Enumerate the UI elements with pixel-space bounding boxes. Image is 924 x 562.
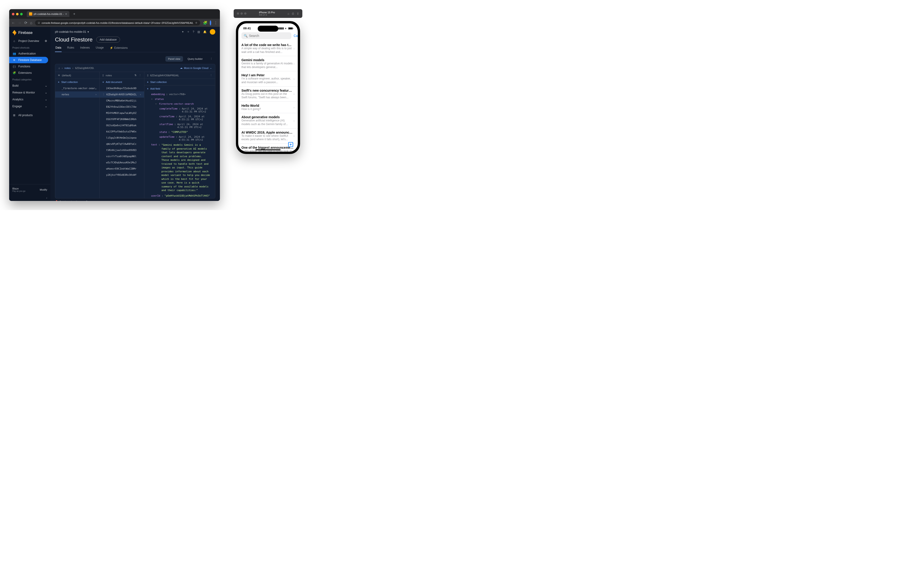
home-button[interactable]: ⌂ bbox=[30, 21, 32, 25]
theme-icon[interactable]: ✦ bbox=[182, 30, 184, 33]
tab-extensions[interactable]: ⚡ Extensions bbox=[109, 46, 128, 52]
field-state[interactable]: state:"COMPLETED" bbox=[144, 130, 215, 134]
doc-item[interactable]: CMucncMB0a6mtHuoD2ji bbox=[100, 98, 144, 104]
query-builder-button[interactable]: Query builder bbox=[185, 56, 206, 62]
col-menu-icon[interactable]: ⋮ bbox=[139, 74, 141, 77]
address-bar[interactable]: ⊡ console.firebase.google.com/project/pf… bbox=[35, 20, 200, 26]
view-menu-icon[interactable]: ⋮ bbox=[207, 56, 215, 62]
new-tab-button[interactable]: + bbox=[71, 11, 77, 17]
help-icon[interactable]: ? bbox=[193, 30, 194, 33]
add-database-button[interactable]: Add database bbox=[96, 37, 120, 43]
doc-item[interactable]: wHaeorE0CIedtWaCIBMr bbox=[100, 166, 144, 172]
sim-minimize[interactable] bbox=[240, 12, 243, 15]
notes-list[interactable]: A lot of the code we write has to de...A… bbox=[238, 41, 298, 152]
all-products[interactable]: ⊞ All products bbox=[9, 112, 50, 119]
search-input[interactable] bbox=[249, 34, 289, 38]
feedback-icon[interactable]: ▤ bbox=[198, 30, 200, 33]
note-item[interactable]: A lot of the code we write has to de...A… bbox=[238, 41, 298, 56]
bookmark-icon[interactable]: ☆ bbox=[195, 21, 198, 24]
project-selector[interactable]: pfr-codelab-fvs-mobile-01 ▾ bbox=[55, 30, 89, 33]
category-engage[interactable]: Engage⌄ bbox=[9, 103, 50, 110]
field-embedding[interactable]: embedding:vector<768> bbox=[144, 92, 215, 97]
sim-zoom[interactable] bbox=[244, 12, 246, 15]
crumb-notes[interactable]: notes bbox=[64, 67, 70, 69]
field-updatetime[interactable]: updateTime:April 24, 2024 at 4:55:31 PM … bbox=[144, 134, 215, 142]
note-item[interactable]: About generative modelsGenerative artifi… bbox=[238, 113, 298, 128]
cancel-button[interactable]: Cancel bbox=[294, 34, 298, 38]
reload-button[interactable]: ⟳ bbox=[24, 21, 27, 25]
tab-usage[interactable]: Usage bbox=[95, 46, 104, 52]
note-item[interactable]: Hello WorldHow is it going?› bbox=[238, 102, 298, 113]
note-item[interactable]: At WWDC 2019, Apple announced...To make … bbox=[238, 129, 298, 144]
minimize-window[interactable] bbox=[16, 13, 18, 15]
spark-icon[interactable]: ✧ bbox=[187, 30, 189, 33]
tab-indexes[interactable]: Indexes bbox=[80, 46, 90, 52]
doc-item[interactable]: tVKnHcjvwlnhOoe09VB3 bbox=[100, 147, 144, 153]
sidebar-item-functions[interactable]: (·) Functions bbox=[9, 63, 50, 70]
site-info-icon[interactable]: ⊡ bbox=[38, 21, 40, 24]
home-indicator[interactable] bbox=[255, 149, 280, 150]
field-fvs[interactable]: ▾firestore-vector-search bbox=[144, 102, 215, 106]
project-overview[interactable]: ⌂ Project Overview ⚙ bbox=[9, 38, 50, 44]
collection-item[interactable]: notes› bbox=[55, 92, 99, 98]
field-starttime[interactable]: startTime:April 24, 2024 at 4:55:31 PM U… bbox=[144, 122, 215, 130]
logo-row[interactable]: Firebase bbox=[9, 27, 50, 38]
doc-item[interactable]: ⋮6ZDaUg9t4VO5lbPREAIL› bbox=[100, 92, 144, 98]
close-tab-icon[interactable]: ✕ bbox=[65, 13, 67, 16]
add-field-button[interactable]: +Add field bbox=[144, 86, 215, 92]
settings-gear-icon[interactable]: ⚙ bbox=[45, 39, 47, 43]
forward-button[interactable]: → bbox=[18, 21, 21, 25]
note-item[interactable]: Hey! I am PeterI'm a software engineer, … bbox=[238, 71, 298, 86]
panel-view-button[interactable]: Panel view bbox=[165, 56, 183, 62]
sidebar-item-authentication[interactable]: 👥 Authentication bbox=[9, 50, 50, 57]
google-cloud-link[interactable]: ☁ More in Google Cloud ⌄ bbox=[180, 66, 212, 69]
sim-home-icon[interactable]: ⌂ bbox=[288, 12, 289, 15]
doc-item[interactable]: OSGYXPF4F2K6NWmS3Rbh bbox=[100, 116, 144, 122]
profile-avatar[interactable] bbox=[210, 20, 211, 26]
col-menu-icon[interactable]: ⋮ bbox=[210, 74, 212, 77]
crumb-doc[interactable]: 6ZDaUg9t4VO5l. bbox=[75, 67, 94, 69]
field-completetime[interactable]: completeTime:April 24, 2024 at 4:55:31 P… bbox=[144, 106, 215, 114]
tab-rules[interactable]: Rules bbox=[67, 46, 75, 52]
search-field[interactable]: 🔍 bbox=[242, 32, 291, 39]
doc-item[interactable]: EB2Yh9xw1S6ecCBlC7Ae bbox=[100, 104, 144, 110]
browser-menu-icon[interactable]: ⋮ bbox=[214, 21, 218, 25]
start-collection-button[interactable]: +Start collection bbox=[144, 79, 215, 85]
note-item[interactable]: Swift's new concurrency features...As Do… bbox=[238, 87, 298, 102]
doc-item[interactable]: vzsrfrTsa6thBSpapN6l bbox=[100, 153, 144, 159]
start-collection-button[interactable]: +Start collection bbox=[55, 79, 99, 85]
sidebar-item-firestore[interactable]: ≋ Firestore Database bbox=[9, 57, 48, 63]
sim-close[interactable] bbox=[237, 12, 239, 15]
field-status[interactable]: ▾status bbox=[144, 97, 215, 102]
doc-item[interactable]: kbJJPFafXmb5utuCFWOx bbox=[100, 129, 144, 135]
doc-item[interactable]: w5z7CXDqGAeuuKOe1MuJ bbox=[100, 159, 144, 166]
doc-item[interactable]: y26jksfYBSd83Rv30sWY bbox=[100, 172, 144, 178]
back-button[interactable]: ← bbox=[12, 21, 15, 25]
collection-item[interactable]: _firestore-vector-search bbox=[55, 85, 99, 92]
compose-button[interactable] bbox=[288, 141, 294, 147]
sidebar-item-extensions[interactable]: 🧩 Extensions bbox=[9, 70, 50, 76]
category-build[interactable]: Build⌄ bbox=[9, 82, 50, 89]
home-icon[interactable]: ⌂ bbox=[58, 67, 60, 69]
doc-item[interactable]: 243ee9h6kpv7Zzdxdo9D bbox=[100, 85, 144, 92]
category-analytics[interactable]: Analytics⌄ bbox=[9, 96, 50, 103]
collapse-sidebar[interactable]: ‹ bbox=[9, 195, 50, 201]
close-window[interactable] bbox=[12, 13, 14, 15]
doc-item[interactable]: MI4YkM6Olapw7aLWVyDZ bbox=[100, 110, 144, 116]
field-userid[interactable]: userId:"pOeHfwsbU1ODjatMdhSPk5kTlH43" bbox=[144, 193, 215, 198]
modify-plan-button[interactable]: Modify bbox=[40, 188, 47, 191]
add-document-button[interactable]: +Add document bbox=[100, 79, 144, 85]
sim-share-icon[interactable]: ⇪ bbox=[297, 12, 299, 15]
doc-item[interactable]: li5gqJcNtHeQmJyLkpea bbox=[100, 135, 144, 141]
field-createtime[interactable]: createTime:April 24, 2024 at 4:55:21 PM … bbox=[144, 114, 215, 122]
tab-data[interactable]: Data bbox=[55, 46, 62, 52]
notifications-icon[interactable]: 🔔 bbox=[203, 30, 207, 33]
doc-item[interactable]: OUJsdQa6vLV4T8IqR6ak bbox=[100, 122, 144, 129]
filter-icon[interactable]: ⇅ bbox=[135, 74, 136, 77]
field-text[interactable]: text:"Gemini models Gemini is a family o… bbox=[144, 142, 215, 193]
doc-menu-icon[interactable]: ⋮ bbox=[102, 93, 106, 96]
sim-screenshot-icon[interactable]: ⎙ bbox=[292, 12, 294, 15]
category-release[interactable]: Release & Monitor⌄ bbox=[9, 89, 50, 96]
note-item[interactable]: Gemini modelsGemini is a family of gener… bbox=[238, 56, 298, 71]
doc-item[interactable]: qWzv0FyKTqYl0wR8YaCc bbox=[100, 141, 144, 147]
